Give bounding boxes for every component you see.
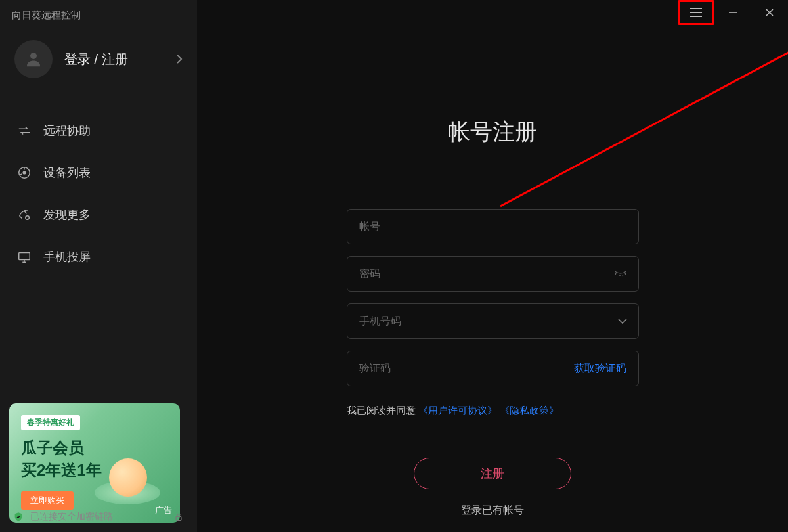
- sidebar-item-label: 远程协助: [43, 123, 91, 139]
- password-input[interactable]: [359, 268, 626, 280]
- ad-line1: 瓜子会员: [21, 437, 84, 458]
- register-form: 获取验证码 我已阅读并同意 《用户许可协议》 《隐私政策》: [347, 209, 639, 417]
- menu-button[interactable]: [678, 0, 714, 25]
- phone-input[interactable]: [359, 315, 626, 327]
- avatar: [14, 40, 53, 78]
- satellite-icon: [17, 208, 32, 222]
- svg-point-0: [30, 53, 37, 59]
- lock-icon[interactable]: [173, 512, 184, 522]
- app-title: 向日葵远程控制: [0, 0, 197, 31]
- sidebar-item-label: 发现更多: [43, 207, 91, 223]
- radar-icon: [17, 166, 32, 180]
- annotation-arrow: [498, 14, 788, 211]
- profile-label: 登录 / 注册: [64, 51, 176, 68]
- user-agreement-link[interactable]: 《用户许可协议》: [418, 405, 497, 416]
- cast-icon: [17, 250, 32, 264]
- close-icon: [764, 7, 775, 18]
- register-button[interactable]: 注册: [414, 458, 571, 489]
- minimize-icon: [728, 7, 738, 18]
- login-existing-link[interactable]: 登录已有帐号: [461, 504, 524, 518]
- status-text: 已连接安全加密链路: [30, 511, 113, 523]
- page-title: 帐号注册: [448, 117, 537, 147]
- svg-point-3: [26, 216, 30, 220]
- chevron-right-icon: [176, 54, 183, 64]
- ad-decor-peach: [109, 458, 147, 497]
- sidebar-item-phone-cast[interactable]: 手机投屏: [0, 236, 197, 278]
- sidebar-item-remote-assist[interactable]: 远程协助: [0, 110, 197, 152]
- svg-line-6: [500, 18, 788, 206]
- ad-badge: 春季特惠好礼: [21, 415, 80, 430]
- agreement-prefix: 我已阅读并同意: [347, 405, 416, 416]
- status-bar: 已连接安全加密链路: [0, 502, 197, 532]
- svg-point-2: [23, 171, 26, 174]
- agreement-row: 我已阅读并同意 《用户许可协议》 《隐私政策》: [347, 405, 639, 417]
- close-button[interactable]: [751, 0, 788, 25]
- swap-icon: [17, 123, 32, 138]
- profile-row[interactable]: 登录 / 注册: [0, 31, 197, 90]
- sidebar: 向日葵远程控制 登录 / 注册 远程协助 设备列表: [0, 0, 197, 532]
- main-panel: 帐号注册 获取验证码 我已阅读并同意: [197, 0, 788, 532]
- privacy-policy-link[interactable]: 《隐私政策》: [500, 405, 559, 416]
- code-field-wrap: 获取验证码: [347, 351, 639, 386]
- svg-rect-4: [19, 253, 30, 260]
- minimize-button[interactable]: [714, 0, 751, 25]
- sidebar-item-label: 手机投屏: [43, 249, 91, 265]
- eye-icon[interactable]: [613, 269, 628, 278]
- sidebar-item-device-list[interactable]: 设备列表: [0, 152, 197, 194]
- svg-rect-5: [176, 516, 181, 520]
- ad-line2: 买2年送1年: [21, 460, 102, 481]
- window-controls: [678, 0, 788, 25]
- get-code-link[interactable]: 获取验证码: [574, 362, 626, 376]
- account-input[interactable]: [359, 221, 626, 233]
- sidebar-item-label: 设备列表: [43, 165, 91, 181]
- chevron-down-icon[interactable]: [617, 318, 628, 324]
- account-field-wrap: [347, 209, 639, 244]
- sidebar-item-discover-more[interactable]: 发现更多: [0, 194, 197, 236]
- hamburger-icon: [689, 7, 703, 18]
- phone-field-wrap: [347, 303, 639, 339]
- user-icon: [24, 49, 43, 69]
- sidebar-nav: 远程协助 设备列表 发现更多 手机投屏: [0, 110, 197, 278]
- shield-icon: [13, 512, 24, 522]
- password-field-wrap: [347, 256, 639, 292]
